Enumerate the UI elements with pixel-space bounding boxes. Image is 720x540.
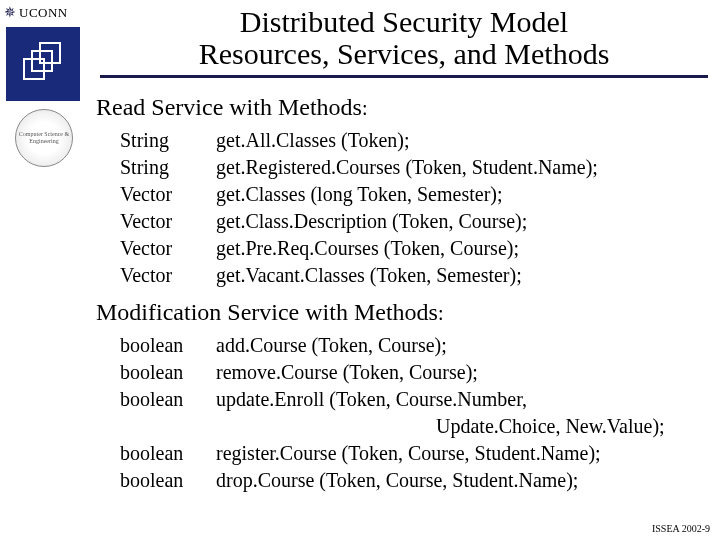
content: Read Service with Methods: Stringget.All… bbox=[96, 92, 708, 504]
oakleaf-icon: ✵ bbox=[4, 4, 16, 21]
signature: add.Course (Token, Course); bbox=[216, 332, 708, 359]
signature-continuation: Update.Choice, New.Value); bbox=[436, 413, 708, 440]
signature: remove.Course (Token, Course); bbox=[216, 359, 708, 386]
method-row: Update.Choice, New.Value); bbox=[120, 413, 708, 440]
title-line-1: Distributed Security Model bbox=[100, 6, 708, 38]
stacked-squares-icon bbox=[16, 37, 70, 91]
cse-seal-icon: Computer Science & Engineering bbox=[15, 109, 73, 167]
colon: : bbox=[438, 302, 444, 324]
method-row: booleanupdate.Enroll (Token, Course.Numb… bbox=[120, 386, 708, 413]
method-row: Vectorget.Pre.Req.Courses (Token, Course… bbox=[120, 235, 708, 262]
slide: ✵ UCONN Computer Science & Engineering D… bbox=[0, 0, 720, 540]
method-row: Vectorget.Classes (long Token, Semester)… bbox=[120, 181, 708, 208]
signature: get.Class.Description (Token, Course); bbox=[216, 208, 708, 235]
mod-heading: Modification Service with Methods: bbox=[96, 299, 708, 326]
logo-column: ✵ UCONN Computer Science & Engineering bbox=[0, 0, 88, 540]
return-type: Vector bbox=[120, 208, 216, 235]
signature: get.All.Classes (Token); bbox=[216, 127, 708, 154]
signature: get.Registered.Courses (Token, Student.N… bbox=[216, 154, 708, 181]
method-row: Vectorget.Class.Description (Token, Cour… bbox=[120, 208, 708, 235]
read-heading-text: Read Service with Methods bbox=[96, 94, 362, 120]
method-row: booleanregister.Course (Token, Course, S… bbox=[120, 440, 708, 467]
title-block: Distributed Security Model Resources, Se… bbox=[100, 6, 708, 78]
signature: get.Classes (long Token, Semester); bbox=[216, 181, 708, 208]
mod-methods: booleanadd.Course (Token, Course); boole… bbox=[120, 332, 708, 494]
title-line-2: Resources, Services, and Methods bbox=[100, 38, 708, 70]
uconn-logo: ✵ UCONN bbox=[0, 0, 88, 23]
mod-heading-text: Modification Service with Methods bbox=[96, 299, 438, 325]
method-row: Vectorget.Vacant.Classes (Token, Semeste… bbox=[120, 262, 708, 289]
colon: : bbox=[362, 97, 368, 119]
return-type: String bbox=[120, 154, 216, 181]
method-row: Stringget.All.Classes (Token); bbox=[120, 127, 708, 154]
footer-label: ISSEA 2002-9 bbox=[652, 523, 710, 534]
uconn-label: UCONN bbox=[19, 5, 68, 21]
method-row: booleandrop.Course (Token, Course, Stude… bbox=[120, 467, 708, 494]
svg-rect-1 bbox=[32, 51, 52, 71]
return-type: boolean bbox=[120, 332, 216, 359]
signature: get.Vacant.Classes (Token, Semester); bbox=[216, 262, 708, 289]
read-heading: Read Service with Methods: bbox=[96, 94, 708, 121]
return-type: Vector bbox=[120, 262, 216, 289]
signature: update.Enroll (Token, Course.Number, bbox=[216, 386, 708, 413]
return-type bbox=[120, 413, 216, 440]
method-row: booleanremove.Course (Token, Course); bbox=[120, 359, 708, 386]
return-type: boolean bbox=[120, 359, 216, 386]
dept-logo bbox=[6, 27, 80, 101]
title-underline bbox=[100, 75, 708, 78]
return-type: Vector bbox=[120, 181, 216, 208]
read-methods: Stringget.All.Classes (Token); Stringget… bbox=[120, 127, 708, 289]
return-type: boolean bbox=[120, 386, 216, 413]
method-row: Stringget.Registered.Courses (Token, Stu… bbox=[120, 154, 708, 181]
return-type: Vector bbox=[120, 235, 216, 262]
signature: get.Pre.Req.Courses (Token, Course); bbox=[216, 235, 708, 262]
return-type: String bbox=[120, 127, 216, 154]
return-type: boolean bbox=[120, 467, 216, 494]
signature: drop.Course (Token, Course, Student.Name… bbox=[216, 467, 708, 494]
return-type: boolean bbox=[120, 440, 216, 467]
method-row: booleanadd.Course (Token, Course); bbox=[120, 332, 708, 359]
signature: register.Course (Token, Course, Student.… bbox=[216, 440, 708, 467]
